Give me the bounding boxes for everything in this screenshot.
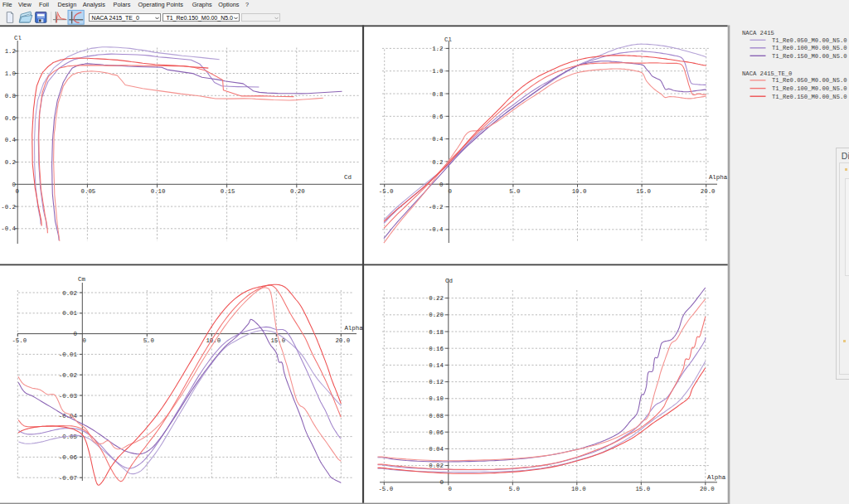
- svg-text:10.0: 10.0: [571, 486, 586, 492]
- svg-text:0.14: 0.14: [429, 362, 444, 369]
- svg-text:0.4: 0.4: [432, 136, 444, 143]
- svg-text:15.0: 15.0: [636, 188, 651, 195]
- svg-text:-5.0: -5.0: [378, 486, 393, 492]
- svg-text:0.10: 0.10: [429, 395, 444, 402]
- svg-text:-5.0: -5.0: [379, 188, 394, 195]
- svg-text:T1_Re0.150_M0.00_N5.0: T1_Re0.150_M0.00_N5.0: [772, 94, 847, 100]
- svg-text:1.0: 1.0: [432, 68, 443, 75]
- svg-text:0.01: 0.01: [62, 310, 77, 317]
- svg-text:20.0: 20.0: [700, 486, 715, 492]
- svg-text:-0.2: -0.2: [429, 204, 444, 211]
- svg-text:-0.4: -0.4: [429, 226, 444, 233]
- svg-text:0.6: 0.6: [5, 115, 16, 122]
- svg-text:0.06: 0.06: [429, 429, 444, 436]
- svg-text:-0.06: -0.06: [59, 454, 77, 461]
- svg-text:Cm: Cm: [78, 276, 85, 283]
- svg-text:-0.07: -0.07: [59, 475, 77, 482]
- svg-text:5.0: 5.0: [143, 337, 154, 344]
- svg-text:0.18: 0.18: [429, 329, 444, 336]
- svg-text:T1_Re0.100_M0.00_N5.0: T1_Re0.100_M0.00_N5.0: [772, 85, 847, 92]
- svg-text:0.8: 0.8: [5, 93, 16, 99]
- svg-text:0.4: 0.4: [5, 137, 17, 143]
- svg-text:10.0: 10.0: [572, 188, 587, 195]
- svg-text:Alpha: Alpha: [709, 174, 728, 181]
- svg-text:0.04: 0.04: [429, 446, 444, 453]
- svg-text:0.16: 0.16: [429, 346, 444, 352]
- svg-text:0.02: 0.02: [62, 290, 77, 297]
- svg-text:T1_Re0.100_M0.00_N5.0: T1_Re0.100_M0.00_N5.0: [772, 45, 847, 51]
- svg-text:0.8: 0.8: [432, 91, 443, 98]
- svg-text:-0.2: -0.2: [1, 204, 16, 211]
- svg-text:Alpha: Alpha: [344, 325, 363, 332]
- svg-text:0.22: 0.22: [429, 295, 444, 302]
- svg-text:-0.03: -0.03: [59, 393, 77, 400]
- svg-text:-0.02: -0.02: [59, 372, 77, 379]
- svg-text:0.12: 0.12: [429, 379, 444, 385]
- svg-text:1.2: 1.2: [5, 48, 16, 55]
- svg-text:0: 0: [449, 486, 452, 492]
- svg-text:20.0: 20.0: [701, 188, 716, 195]
- svg-text:-0.01: -0.01: [59, 351, 78, 358]
- svg-text:0.6: 0.6: [432, 114, 443, 120]
- svg-text:0: 0: [16, 188, 19, 195]
- svg-text:0: 0: [83, 337, 86, 344]
- svg-text:0.2: 0.2: [432, 159, 443, 166]
- svg-text:0: 0: [439, 182, 443, 188]
- svg-text:Cd: Cd: [344, 174, 352, 181]
- svg-text:T1_Re0.150_M0.00_N5.0: T1_Re0.150_M0.00_N5.0: [772, 53, 847, 60]
- svg-text:0.08: 0.08: [429, 413, 444, 419]
- svg-text:0: 0: [440, 479, 444, 486]
- svg-text:0.20: 0.20: [290, 188, 305, 195]
- svg-text:1.2: 1.2: [432, 46, 443, 52]
- svg-text:T1_Re0.050_M0.00_N5.0: T1_Re0.050_M0.00_N5.0: [772, 37, 847, 44]
- svg-text:15.0: 15.0: [635, 486, 650, 492]
- svg-text:T1_Re0.050_M0.00_N5.0: T1_Re0.050_M0.00_N5.0: [772, 77, 847, 84]
- svg-text:Cd: Cd: [445, 278, 453, 284]
- svg-text:1.0: 1.0: [5, 70, 16, 77]
- svg-text:-0.4: -0.4: [1, 225, 16, 232]
- svg-text:0: 0: [74, 331, 77, 337]
- svg-text:0.15: 0.15: [221, 188, 235, 195]
- svg-text:5.0: 5.0: [509, 188, 520, 195]
- svg-text:5.0: 5.0: [509, 486, 520, 492]
- svg-text:Alpha: Alpha: [707, 474, 726, 481]
- svg-text:0.20: 0.20: [429, 312, 444, 318]
- svg-text:NACA 2415_TE_0: NACA 2415_TE_0: [742, 70, 792, 77]
- svg-text:0: 0: [449, 188, 452, 195]
- svg-text:-5.0: -5.0: [12, 337, 27, 344]
- svg-text:0.05: 0.05: [81, 188, 96, 195]
- svg-text:Cl: Cl: [14, 35, 22, 41]
- svg-text:0.10: 0.10: [151, 188, 166, 195]
- svg-text:20.0: 20.0: [335, 337, 350, 344]
- svg-text:Cl: Cl: [444, 36, 452, 43]
- svg-text:NACA 2415: NACA 2415: [742, 30, 774, 36]
- svg-text:0.2: 0.2: [5, 159, 16, 166]
